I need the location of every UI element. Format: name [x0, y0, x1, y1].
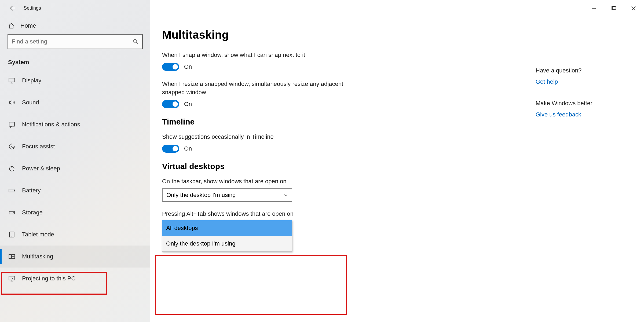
sound-icon [8, 99, 16, 106]
storage-icon [8, 209, 16, 216]
focus-icon [8, 143, 16, 150]
svg-rect-12 [12, 257, 15, 259]
multitask-icon [8, 253, 16, 260]
timeline-toggle-label: On [184, 145, 192, 152]
help-heading: Have a question? [536, 67, 621, 74]
snap-resize-desc: When I resize a snapped window, simultan… [162, 80, 350, 96]
svg-rect-4 [9, 189, 14, 192]
svg-rect-13 [9, 276, 15, 280]
sidebar-item-storage[interactable]: Storage [0, 202, 150, 224]
sidebar-item-battery[interactable]: Battery [0, 180, 150, 202]
sidebar-item-notifications-actions[interactable]: Notifications & actions [0, 114, 150, 136]
page-title: Multitasking [162, 28, 644, 41]
snap-assist-toggle[interactable] [162, 63, 179, 71]
home-nav[interactable]: Home [0, 17, 150, 34]
chevron-down-icon [284, 193, 288, 197]
vd-alttab-dropdown-open[interactable]: All desktops Only the desktop I'm using [162, 220, 292, 252]
vd-taskbar-value: Only the desktop I'm using [166, 192, 236, 199]
sidebar-item-display[interactable]: Display [0, 69, 150, 92]
sidebar-item-sound[interactable]: Sound [0, 92, 150, 114]
vd-taskbar-desc: On the taskbar, show windows that are op… [162, 177, 350, 185]
sidebar-item-tablet-mode[interactable]: Tablet mode [0, 224, 150, 246]
sidebar-item-focus-assist[interactable]: Focus assist [0, 136, 150, 158]
sidebar-item-label: Multitasking [22, 253, 53, 260]
alttab-option-current[interactable]: Only the desktop I'm using [162, 236, 292, 251]
sidebar-item-label: Notifications & actions [22, 121, 80, 128]
svg-rect-11 [12, 254, 15, 256]
search-input-box[interactable] [8, 34, 143, 49]
svg-rect-14 [612, 6, 615, 10]
svg-rect-15 [613, 6, 616, 10]
title-bar: Settings [0, 0, 150, 17]
right-rail: Have a question? Get help Make Windows b… [536, 67, 621, 133]
sidebar-item-label: Battery [22, 187, 41, 194]
search-icon [133, 39, 138, 45]
notify-icon [8, 121, 16, 128]
vd-taskbar-dropdown[interactable]: Only the desktop I'm using [162, 188, 292, 202]
virtual-desktops-heading: Virtual desktops [162, 162, 644, 171]
svg-rect-2 [9, 122, 14, 126]
snap-assist-toggle-label: On [184, 63, 192, 70]
feedback-link[interactable]: Give us feedback [536, 111, 581, 118]
sidebar: Settings Home System DisplaySoundNotific… [0, 0, 150, 322]
window-controls [589, 4, 638, 12]
sidebar-item-multitasking[interactable]: Multitasking [0, 246, 150, 268]
sidebar-item-label: Sound [22, 99, 39, 106]
alttab-option-all[interactable]: All desktops [162, 220, 292, 236]
highlight-box-main [155, 255, 347, 315]
category-heading: System [0, 54, 150, 69]
snap-resize-toggle-label: On [184, 101, 192, 108]
svg-rect-1 [9, 78, 15, 82]
sidebar-item-label: Storage [22, 209, 43, 216]
svg-point-9 [12, 236, 12, 236]
search-wrap [8, 34, 143, 49]
tablet-icon [8, 231, 16, 238]
sidebar-item-power-sleep[interactable]: Power & sleep [0, 158, 150, 180]
svg-rect-5 [14, 190, 15, 191]
snap-resize-toggle[interactable] [162, 100, 179, 108]
sidebar-item-label: Power & sleep [22, 165, 60, 172]
svg-point-0 [133, 39, 137, 43]
home-icon [8, 23, 14, 29]
feedback-heading: Make Windows better [536, 100, 621, 107]
back-button[interactable] [8, 4, 16, 12]
sidebar-item-label: Display [22, 77, 41, 84]
close-button[interactable] [629, 4, 638, 12]
svg-point-7 [13, 212, 14, 213]
timeline-toggle[interactable] [162, 145, 179, 153]
svg-rect-10 [9, 254, 12, 258]
sidebar-item-label: Projecting to this PC [22, 275, 75, 282]
home-label: Home [20, 22, 36, 29]
vd-alttab-desc: Pressing Alt+Tab shows windows that are … [162, 210, 350, 218]
sidebar-item-label: Focus assist [22, 143, 55, 150]
power-icon [8, 165, 16, 172]
main-content: Multitasking When I snap a window, show … [150, 0, 644, 322]
snap-assist-desc: When I snap a window, show what I can sn… [162, 51, 350, 59]
search-input[interactable] [12, 38, 133, 45]
get-help-link[interactable]: Get help [536, 78, 558, 85]
project-icon [8, 275, 16, 282]
maximize-button[interactable] [609, 4, 618, 12]
nav-list: DisplaySoundNotifications & actionsFocus… [0, 69, 150, 290]
sidebar-item-label: Tablet mode [22, 231, 54, 238]
timeline-toggle-row: On [162, 145, 644, 153]
app-title: Settings [24, 5, 41, 11]
sidebar-item-projecting-to-this-pc[interactable]: Projecting to this PC [0, 268, 150, 290]
timeline-desc: Show suggestions occasionally in Timelin… [162, 133, 350, 141]
minimize-button[interactable] [589, 4, 598, 12]
battery-icon [8, 187, 16, 194]
display-icon [8, 77, 16, 84]
